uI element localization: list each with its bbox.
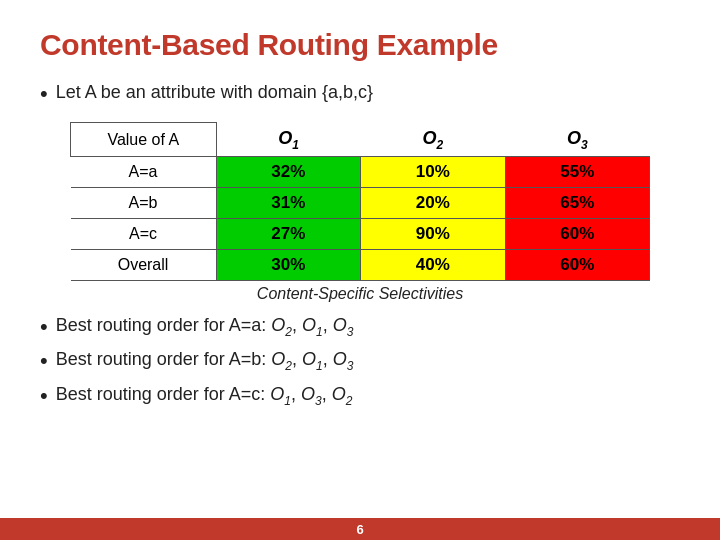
table-header-label: Value of A [71,123,217,157]
table-header-o1: O1 [216,123,360,157]
bullet-item-2: • Best routing order for A=a: O2, O1, O3 [40,315,680,339]
table-header-o3: O3 [505,123,649,157]
bullet-text-2: Best routing order for A=a: O2, O1, O3 [56,315,354,339]
bullet-dot-4: • [40,384,48,408]
bullet-dot-2: • [40,315,48,339]
bullet-item-3: • Best routing order for A=b: O2, O1, O3 [40,349,680,373]
row-label-1: A=b [71,188,217,219]
table-row: A=b31%20%65% [71,188,650,219]
cell-0-1: 10% [361,157,505,188]
slide: Content-Based Routing Example • Let A be… [0,0,720,540]
table-row: A=c27%90%60% [71,219,650,250]
cell-0-0: 32% [216,157,360,188]
table-header-o2: O2 [361,123,505,157]
cell-0-2: 55% [505,157,649,188]
cell-2-0: 27% [216,219,360,250]
bottom-bullets: • Best routing order for A=a: O2, O1, O3… [40,315,680,408]
table-wrapper: Value of A O1 O2 O3 A=a32%10%55%A=b31%20… [40,122,680,303]
bottom-bar: 6 [0,518,720,540]
table-row: Overall30%40%60% [71,250,650,281]
bullet-section-1: • Let A be an attribute with domain {a,b… [40,82,680,106]
bullet-text-3: Best routing order for A=b: O2, O1, O3 [56,349,354,373]
bullet-text-1: Let A be an attribute with domain {a,b,c… [56,82,373,103]
cell-3-1: 40% [361,250,505,281]
bullet-item-1: • Let A be an attribute with domain {a,b… [40,82,680,106]
table-caption: Content-Specific Selectivities [257,285,463,303]
row-label-2: A=c [71,219,217,250]
bullet-dot-3: • [40,349,48,373]
bullet-text-4: Best routing order for A=c: O1, O3, O2 [56,384,353,408]
table-row: A=a32%10%55% [71,157,650,188]
cell-1-1: 20% [361,188,505,219]
cell-2-1: 90% [361,219,505,250]
bullet-dot-1: • [40,82,48,106]
bullet-item-4: • Best routing order for A=c: O1, O3, O2 [40,384,680,408]
cell-3-2: 60% [505,250,649,281]
cell-1-0: 31% [216,188,360,219]
cell-3-0: 30% [216,250,360,281]
cell-1-2: 65% [505,188,649,219]
slide-title: Content-Based Routing Example [40,28,680,62]
routing-table: Value of A O1 O2 O3 A=a32%10%55%A=b31%20… [70,122,650,281]
cell-2-2: 60% [505,219,649,250]
row-label-3: Overall [71,250,217,281]
row-label-0: A=a [71,157,217,188]
page-number: 6 [356,522,363,537]
